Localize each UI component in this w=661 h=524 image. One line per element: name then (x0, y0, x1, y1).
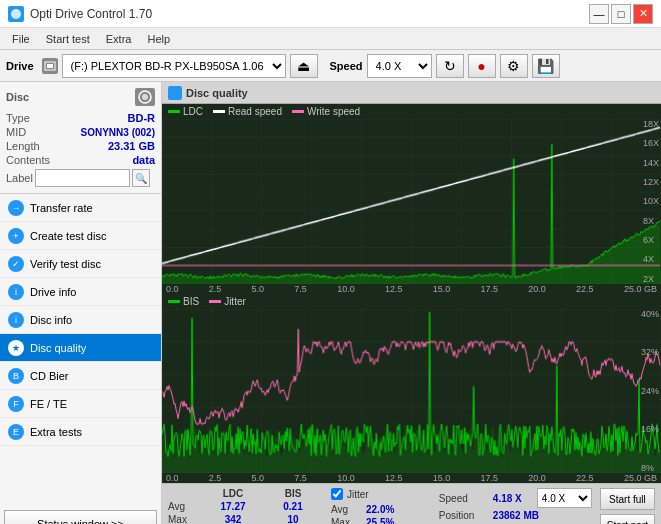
jitter-legend-color (209, 300, 221, 303)
chart-header-icon (168, 86, 182, 100)
nav-cd-bier[interactable]: B CD Bier (0, 362, 161, 390)
mid-value: SONYNN3 (002) (81, 127, 155, 138)
bis-legend-label: BIS (183, 296, 199, 307)
menu-bar: File Start test Extra Help (0, 28, 661, 50)
speed-label: Speed (330, 60, 363, 72)
speed-stat-value: 4.18 X (493, 493, 533, 504)
avg-label: Avg (168, 501, 203, 512)
position-value: 23862 MB (493, 510, 539, 521)
close-button[interactable]: ✕ (633, 4, 653, 24)
create-test-disc-icon: + (8, 228, 24, 244)
verify-test-disc-icon: ✓ (8, 256, 24, 272)
stats-area: LDC BIS Avg 17.27 0.21 Max 342 10 Tota (162, 483, 661, 524)
write-speed-legend-label: Write speed (307, 106, 360, 117)
read-speed-legend-label: Read speed (228, 106, 282, 117)
contents-label: Contents (6, 154, 50, 166)
label-search-button[interactable]: 🔍 (132, 169, 150, 187)
jitter-max: 25.5% (366, 517, 416, 524)
speed-stat-label: Speed (439, 493, 489, 504)
svg-rect-2 (47, 64, 53, 68)
refresh-button[interactable]: ↻ (436, 54, 464, 78)
bis-legend-color (168, 300, 180, 303)
nav-disc-info[interactable]: i Disc info (0, 306, 161, 334)
write-speed-legend-color (292, 110, 304, 113)
length-label: Length (6, 140, 40, 152)
minimize-button[interactable]: — (589, 4, 609, 24)
menu-help[interactable]: Help (139, 31, 178, 47)
ldc-legend-label: LDC (183, 106, 203, 117)
nav-disc-quality[interactable]: ★ Disc quality (0, 334, 161, 362)
bis-chart: 40% 32% 24% 16% 8% (162, 309, 661, 474)
type-value: BD-R (128, 112, 156, 124)
drive-toolbar: Drive (F:) PLEXTOR BD-R PX-LB950SA 1.06 … (0, 50, 661, 82)
position-label: Position (439, 510, 489, 521)
title-bar: Opti Drive Control 1.70 — □ ✕ (0, 0, 661, 28)
chart-header: Disc quality (162, 82, 661, 104)
label-input[interactable] (35, 169, 130, 187)
eject-button[interactable]: ⏏ (290, 54, 318, 78)
drive-select[interactable]: (F:) PLEXTOR BD-R PX-LB950SA 1.06 (62, 54, 286, 78)
disc-refresh-icon[interactable] (135, 88, 155, 106)
app-icon (8, 6, 24, 22)
disc-section-title: Disc (6, 91, 29, 103)
app-title: Opti Drive Control 1.70 (30, 7, 152, 21)
jitter-check-label: Jitter (347, 489, 369, 500)
transfer-rate-icon: → (8, 200, 24, 216)
nav-fe-te[interactable]: F FE / TE (0, 390, 161, 418)
drive-label: Drive (6, 60, 34, 72)
settings-button[interactable]: ⚙ (500, 54, 528, 78)
jitter-avg: 22.0% (366, 504, 416, 515)
start-part-button[interactable]: Start part (600, 514, 655, 524)
disc-quality-icon: ★ (8, 340, 24, 356)
jitter-checkbox[interactable] (331, 488, 343, 500)
start-full-button[interactable]: Start full (600, 488, 655, 510)
nav-extra-tests[interactable]: E Extra tests (0, 418, 161, 446)
cd-bier-icon: B (8, 368, 24, 384)
disc-section: Disc Type BD-R MID SONYNN3 (002) Length … (0, 82, 161, 194)
ldc-chart: 18X 16X 14X 12X 10X 8X 6X 4X 2X (162, 119, 661, 284)
avg-bis: 0.21 (263, 501, 323, 512)
svg-point-0 (11, 9, 21, 19)
disc-info-icon: i (8, 312, 24, 328)
nav-verify-test-disc[interactable]: ✓ Verify test disc (0, 250, 161, 278)
nav-transfer-rate[interactable]: → Transfer rate (0, 194, 161, 222)
main-layout: Disc Type BD-R MID SONYNN3 (002) Length … (0, 82, 661, 524)
avg-ldc: 17.27 (203, 501, 263, 512)
maximize-button[interactable]: □ (611, 4, 631, 24)
svg-point-4 (142, 94, 148, 100)
ldc-legend-color (168, 110, 180, 113)
drive-info-icon: i (8, 284, 24, 300)
left-panel: Disc Type BD-R MID SONYNN3 (002) Length … (0, 82, 162, 524)
nav-create-test-disc[interactable]: + Create test disc (0, 222, 161, 250)
bis-col-header: BIS (263, 488, 323, 499)
save-button[interactable]: 💾 (532, 54, 560, 78)
contents-value: data (132, 154, 155, 166)
drive-icon (42, 58, 58, 74)
menu-extra[interactable]: Extra (98, 31, 140, 47)
nav-section: → Transfer rate + Create test disc ✓ Ver… (0, 194, 161, 506)
chart-title: Disc quality (186, 87, 248, 99)
right-panel: Disc quality LDC Read speed Write speed (162, 82, 661, 524)
burn-button[interactable]: ● (468, 54, 496, 78)
read-speed-legend-color (213, 110, 225, 113)
type-label: Type (6, 112, 30, 124)
fe-te-icon: F (8, 396, 24, 412)
max-bis: 10 (263, 514, 323, 524)
mid-label: MID (6, 126, 26, 138)
nav-drive-info[interactable]: i Drive info (0, 278, 161, 306)
max-ldc: 342 (203, 514, 263, 524)
length-value: 23.31 GB (108, 140, 155, 152)
menu-file[interactable]: File (4, 31, 38, 47)
extra-tests-icon: E (8, 424, 24, 440)
max-label: Max (168, 514, 203, 524)
jitter-legend-label: Jitter (224, 296, 246, 307)
status-window-button[interactable]: Status window >> (4, 510, 157, 524)
ldc-col-header: LDC (203, 488, 263, 499)
speed-select-sm[interactable]: 4.0 X (537, 488, 592, 508)
menu-start-test[interactable]: Start test (38, 31, 98, 47)
window-controls: — □ ✕ (589, 4, 653, 24)
label-label: Label (6, 172, 33, 184)
speed-select[interactable]: 4.0 X (367, 54, 432, 78)
